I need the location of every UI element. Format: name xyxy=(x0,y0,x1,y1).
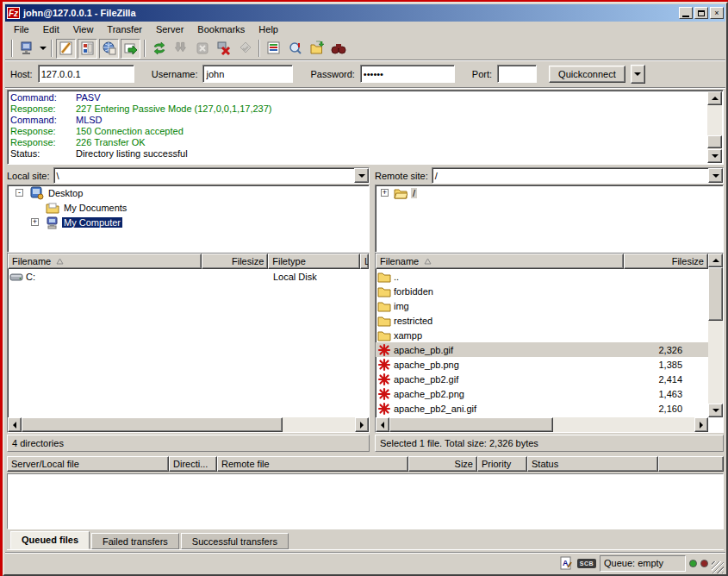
column-header-server-local-file[interactable]: Server/Local file xyxy=(7,456,169,472)
file-row-folder[interactable]: restricted xyxy=(376,313,708,328)
synchronized-browsing-button[interactable] xyxy=(307,39,327,59)
refresh-button[interactable] xyxy=(149,39,169,59)
tab-successful-transfers[interactable]: Successful transfers xyxy=(181,533,289,549)
quickconnect-dropdown-button[interactable] xyxy=(631,65,645,84)
toggle-local-tree-button[interactable] xyxy=(78,39,97,59)
local-site-combo[interactable]: \ xyxy=(53,167,370,184)
scrollbar-thumb[interactable] xyxy=(707,135,722,148)
reconnect-icon xyxy=(238,41,253,56)
username-input[interactable] xyxy=(202,65,293,83)
toolbar-separator xyxy=(11,40,13,57)
tree-item-my-computer[interactable]: + My Computer xyxy=(8,215,369,229)
scroll-down-button[interactable] xyxy=(707,149,722,163)
quickconnect-button[interactable]: Quickconnect xyxy=(549,66,625,83)
site-manager-button[interactable] xyxy=(16,39,36,59)
log-vertical-scrollbar[interactable] xyxy=(707,91,722,163)
collapse-expander[interactable]: - xyxy=(16,189,23,197)
scroll-right-button[interactable] xyxy=(694,417,708,432)
toggle-message-log-button[interactable] xyxy=(56,39,76,59)
tab-queued-files[interactable]: Queued files xyxy=(10,531,90,549)
column-header-direction[interactable]: Directi... xyxy=(169,456,217,472)
port-label: Port: xyxy=(472,69,492,79)
maximize-button[interactable] xyxy=(694,7,708,19)
site-manager-dropdown-button[interactable] xyxy=(37,39,48,59)
directory-comparison-button[interactable] xyxy=(285,39,305,59)
file-row-folder[interactable]: xampp xyxy=(376,328,708,342)
file-row[interactable]: apache_pb2.gif 2,414 xyxy=(376,372,708,386)
column-label: Remote file xyxy=(221,459,270,469)
cancel-operation-button[interactable] xyxy=(192,39,212,59)
tree-item-root[interactable]: + / xyxy=(376,185,723,200)
file-row-folder[interactable]: forbidden xyxy=(376,284,708,298)
speed-limit-icon[interactable]: SCB xyxy=(577,559,596,568)
menu-edit[interactable]: Edit xyxy=(36,22,66,36)
menu-transfer[interactable]: Transfer xyxy=(100,22,149,36)
find-files-button[interactable] xyxy=(328,39,348,59)
port-input[interactable] xyxy=(497,65,537,83)
tree-item-desktop[interactable]: - Desktop xyxy=(8,185,369,200)
local-site-label: Local site: xyxy=(7,171,50,181)
scrollbar-thumb[interactable] xyxy=(708,267,723,321)
image-file-icon xyxy=(377,387,391,401)
column-header-filesize[interactable]: Filesize xyxy=(624,254,708,269)
remote-site-bar: Remote site: / xyxy=(375,166,724,185)
local-file-list: Filename Filesize Filetype L C: Local Di… xyxy=(7,253,370,433)
file-row[interactable]: apache_pb.png 1,385 xyxy=(376,357,708,372)
remote-site-combo[interactable]: / xyxy=(432,167,724,184)
expand-expander[interactable]: + xyxy=(31,218,39,226)
scrollbar-thumb[interactable] xyxy=(389,417,553,432)
column-header-filetype[interactable]: Filetype xyxy=(268,254,360,269)
filter-button[interactable] xyxy=(264,39,283,59)
column-header-filesize[interactable]: Filesize xyxy=(202,254,268,269)
minimize-button[interactable] xyxy=(679,7,693,19)
queue-list[interactable] xyxy=(7,473,724,529)
log-line: Status:Directory listing successful xyxy=(10,148,707,160)
toggle-queue-button[interactable] xyxy=(121,39,140,59)
menu-view[interactable]: View xyxy=(66,22,101,36)
scroll-up-button[interactable] xyxy=(708,254,723,267)
column-header-filename[interactable]: Filename xyxy=(8,254,202,269)
process-queue-button[interactable] xyxy=(171,39,190,59)
menu-help[interactable]: Help xyxy=(252,22,285,36)
menu-bookmarks[interactable]: Bookmarks xyxy=(190,22,252,36)
scroll-left-button[interactable] xyxy=(376,417,389,432)
file-row-parent-dir[interactable]: .. xyxy=(376,269,708,284)
tree-item-my-documents[interactable]: My Documents xyxy=(8,200,369,215)
tab-failed-transfers[interactable]: Failed transfers xyxy=(91,533,179,549)
local-horizontal-scrollbar[interactable] xyxy=(8,417,369,432)
toolbar xyxy=(5,37,725,60)
close-button[interactable]: × xyxy=(710,7,724,19)
menu-server[interactable]: Server xyxy=(149,22,190,36)
column-label: Status xyxy=(532,459,558,469)
file-row-selected[interactable]: apache_pb.gif 2,326 xyxy=(376,342,708,357)
remote-vertical-scrollbar[interactable] xyxy=(708,254,723,417)
expand-expander[interactable]: + xyxy=(381,189,389,197)
column-header-last-modified[interactable]: L xyxy=(360,254,369,269)
reconnect-button[interactable] xyxy=(235,39,255,59)
scrollbar-thumb[interactable] xyxy=(22,417,283,432)
column-header-priority[interactable]: Priority xyxy=(477,456,527,472)
resize-grip[interactable] xyxy=(712,561,724,573)
column-header-remote-file[interactable]: Remote file xyxy=(217,456,408,472)
column-header-status[interactable]: Status xyxy=(527,456,658,472)
remote-site-dropdown-button[interactable] xyxy=(708,168,723,183)
local-site-dropdown-button[interactable] xyxy=(354,168,369,183)
message-log-lines: Command:PASV Response:227 Entering Passi… xyxy=(9,91,707,163)
password-input[interactable] xyxy=(360,65,455,83)
toggle-remote-tree-button[interactable] xyxy=(99,39,119,59)
scroll-down-button[interactable] xyxy=(708,404,723,417)
host-input[interactable] xyxy=(38,65,134,83)
menu-file[interactable]: File xyxy=(7,22,36,36)
file-row[interactable]: apache_pb2_ani.gif 2,160 xyxy=(376,401,708,416)
column-header-filename[interactable]: Filename xyxy=(376,254,624,269)
scroll-left-button[interactable] xyxy=(8,417,22,432)
transfer-type-indicator[interactable]: A xyxy=(558,555,574,571)
column-header-size[interactable]: Size xyxy=(408,456,477,472)
file-row-folder[interactable]: img xyxy=(376,298,708,313)
file-row[interactable]: apache_pb2.png 1,463 xyxy=(376,386,708,401)
scroll-up-button[interactable] xyxy=(707,91,722,105)
remote-horizontal-scrollbar[interactable] xyxy=(376,417,708,432)
disconnect-button[interactable] xyxy=(214,39,233,59)
file-row-drive-c[interactable]: C: Local Disk xyxy=(8,269,369,284)
scroll-right-button[interactable] xyxy=(355,417,369,432)
